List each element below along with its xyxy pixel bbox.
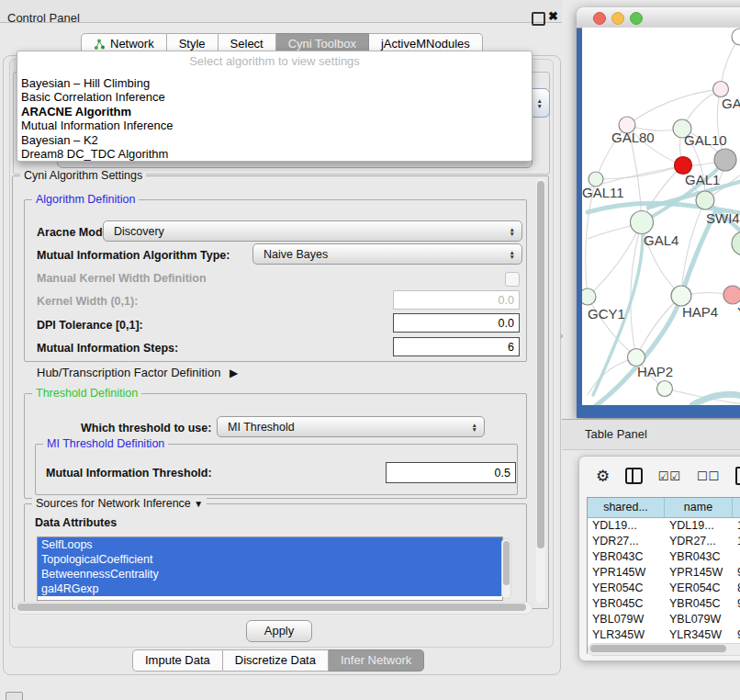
table-cell: 9. — [733, 627, 740, 643]
manual-kernel-checkbox[interactable] — [505, 272, 520, 287]
table-row[interactable]: YER054CYER054C8. — [588, 581, 740, 596]
kernel-width-field[interactable] — [393, 290, 520, 310]
hub-definition-toggle[interactable]: Hub/Transcription Factor Definition ▶ — [37, 366, 238, 379]
node-table[interactable]: shared...nameAYDL19...YDL19...13YDR27...… — [587, 497, 740, 654]
close-panel-icon[interactable]: ✖ — [548, 9, 558, 23]
app-root: Control Panel ✖ NetworkStyleSelectCyni T… — [0, 0, 740, 700]
network-node[interactable] — [657, 381, 673, 397]
algorithm-option-bayesian-k2[interactable]: Bayesian – K2 — [17, 133, 532, 147]
network-node[interactable] — [714, 149, 736, 171]
mac-minimize-button[interactable] — [611, 12, 624, 25]
network-canvas[interactable]: GALGAL80GAL10GAL1GAL11SWI4GAL4HAP4YGCY1H… — [582, 28, 740, 405]
algorithm-option-basic-correlation-inference[interactable]: Basic Correlation Inference — [17, 90, 532, 104]
table-cell: 9. — [733, 565, 740, 581]
mi-threshold-field[interactable] — [386, 462, 516, 483]
aracne-mode-value: Discovery — [114, 225, 164, 238]
tab-infer-network[interactable]: Infer Network — [329, 649, 424, 672]
aracne-mode-label: Aracne Mode: — [37, 226, 113, 239]
sources-group-title[interactable]: Sources for Network Inference ▼ — [32, 497, 207, 510]
mi-threshold-label: Mutual Information Threshold: — [46, 467, 212, 480]
tab-discretize-data[interactable]: Discretize Data — [223, 649, 329, 672]
combo-arrows-icon: ▲▼ — [537, 98, 543, 108]
tab-impute-data[interactable]: Impute Data — [132, 649, 223, 672]
table-row[interactable]: YDR27...YDR27...12 — [588, 534, 740, 549]
algorithm-list: Bayesian – Hill ClimbingBasic Correlatio… — [17, 76, 532, 161]
mac-zoom-button[interactable] — [630, 12, 643, 25]
table-cell: YBL079W — [665, 612, 733, 627]
table-row[interactable]: YBL079WYBL079W — [588, 612, 740, 627]
network-window-titlebar[interactable] — [577, 7, 740, 28]
document-icon[interactable] — [735, 467, 740, 485]
table-cell: YBL079W — [588, 612, 665, 627]
data-attribute-item[interactable]: BetweennessCentrality — [38, 567, 502, 581]
apply-button[interactable]: Apply — [246, 620, 312, 642]
data-attribute-item[interactable]: SelfLoops — [38, 537, 502, 552]
split-columns-icon[interactable] — [625, 468, 642, 484]
column-header[interactable]: shared... — [588, 498, 665, 517]
table-cell: YBR045C — [588, 596, 665, 612]
settings-vertical-scrollbar[interactable] — [536, 178, 545, 603]
table-cell: YDL19... — [665, 518, 733, 534]
which-threshold-combobox[interactable]: MI Threshold ▲▼ — [217, 416, 485, 437]
mi-steps-label: Mutual Information Steps: — [37, 342, 178, 355]
gear-icon[interactable]: ⚙ — [596, 467, 610, 486]
table-cell: YDL19... — [588, 518, 665, 534]
table-cell: YBR043C — [588, 549, 665, 565]
data-attribute-item[interactable]: gal4RGexp — [38, 581, 502, 596]
mi-type-combobox[interactable]: Naive Bayes ▲▼ — [252, 243, 522, 265]
table-row[interactable]: YBR043CYBR043C — [588, 549, 740, 565]
float-panel-icon[interactable] — [532, 12, 545, 26]
which-threshold-label: Which threshold to use: — [81, 422, 211, 435]
node-label: GAL4 — [644, 232, 678, 248]
network-node[interactable] — [732, 28, 740, 45]
node-label: GAL1 — [685, 172, 720, 187]
network-tab-icon — [94, 39, 106, 51]
table-row[interactable]: YPR145WYPR145W9. — [588, 565, 740, 581]
data-attribute-item[interactable]: TopologicalCoefficient — [38, 552, 502, 567]
node-label: GAL11 — [582, 185, 624, 200]
algorithm-option-aracne-algorithm[interactable]: ARACNE Algorithm — [17, 105, 532, 119]
algorithm-option-dream8-dc-tdc-algorithm[interactable]: Dream8 DC_TDC Algorithm — [17, 147, 532, 161]
control-panel-title: Control Panel — [7, 11, 80, 25]
column-header[interactable]: A — [733, 498, 740, 517]
panel-divider-arrow-icon[interactable]: › — [560, 331, 563, 341]
network-node[interactable] — [671, 286, 691, 306]
network-node[interactable] — [723, 286, 740, 304]
node-label: GAL80 — [611, 130, 655, 145]
network-node[interactable] — [732, 231, 740, 255]
algorithm-option-mutual-information-inference[interactable]: Mutual Information Inference — [17, 119, 532, 132]
mi-steps-field[interactable] — [393, 337, 520, 356]
algorithm-option-bayesian-hill-climbing[interactable]: Bayesian – Hill Climbing — [17, 76, 532, 90]
collapsed-panel-chip[interactable] — [6, 692, 23, 700]
list-scrollbar[interactable] — [501, 538, 511, 599]
checked-boxes-icon[interactable]: ☑☑ — [658, 469, 681, 483]
tab-label: Discretize Data — [235, 650, 316, 671]
table-row[interactable]: YBR045CYBR045C9. — [588, 596, 740, 612]
table-row[interactable]: YDL19...YDL19...13 — [588, 518, 740, 534]
network-node[interactable] — [713, 82, 729, 97]
table-horizontal-scrollbar[interactable] — [588, 643, 740, 656]
dpi-tolerance-field[interactable] — [393, 313, 520, 333]
mac-close-button[interactable] — [593, 12, 606, 25]
table-cell: 12 — [733, 534, 740, 549]
mi-type-value: Naive Bayes — [263, 248, 328, 261]
table-cell: YLR345W — [665, 627, 733, 643]
node-label: GCY1 — [588, 306, 625, 322]
unchecked-boxes-icon[interactable]: ☐☐ — [697, 469, 720, 483]
settings-horizontal-scrollbar[interactable] — [15, 602, 533, 615]
aracne-mode-combobox[interactable]: Discovery ▲▼ — [103, 220, 522, 242]
network-node[interactable] — [696, 191, 714, 209]
combo-arrows-icon: ▲▼ — [510, 226, 515, 236]
table-cell — [733, 612, 740, 627]
table-panel-title: Table Panel — [585, 427, 647, 441]
column-header[interactable]: name — [665, 498, 733, 517]
tab-label: Impute Data — [145, 650, 210, 671]
dropdown-placeholder: Select algorithm to view settings — [17, 54, 532, 68]
table-cell: YBR043C — [665, 549, 733, 565]
expand-right-icon: ▶ — [230, 367, 238, 379]
network-node[interactable] — [582, 288, 596, 305]
table-cell: YLR345W — [588, 627, 665, 643]
table-row[interactable]: YLR345WYLR345W9. — [588, 627, 740, 643]
network-node[interactable] — [631, 211, 654, 234]
combo-arrows-icon: ▲▼ — [472, 422, 477, 432]
